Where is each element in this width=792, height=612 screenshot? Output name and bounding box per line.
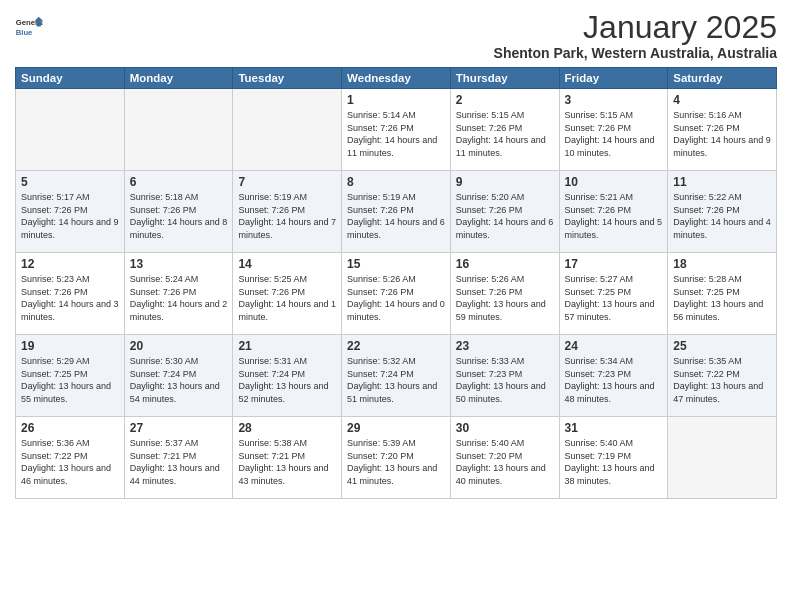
calendar-cell: 18 Sunrise: 5:28 AM Sunset: 7:25 PM Dayl…	[668, 253, 777, 335]
day-info: Sunrise: 5:18 AM Sunset: 7:26 PM Dayligh…	[130, 191, 228, 241]
calendar-cell: 2 Sunrise: 5:15 AM Sunset: 7:26 PM Dayli…	[450, 89, 559, 171]
day-info: Sunrise: 5:32 AM Sunset: 7:24 PM Dayligh…	[347, 355, 445, 405]
day-info: Sunrise: 5:25 AM Sunset: 7:26 PM Dayligh…	[238, 273, 336, 323]
day-number: 16	[456, 257, 554, 271]
calendar-cell: 1 Sunrise: 5:14 AM Sunset: 7:26 PM Dayli…	[342, 89, 451, 171]
calendar-cell: 12 Sunrise: 5:23 AM Sunset: 7:26 PM Dayl…	[16, 253, 125, 335]
day-number: 2	[456, 93, 554, 107]
day-number: 15	[347, 257, 445, 271]
calendar-cell: 19 Sunrise: 5:29 AM Sunset: 7:25 PM Dayl…	[16, 335, 125, 417]
svg-text:Blue: Blue	[16, 28, 33, 37]
header-row: Sunday Monday Tuesday Wednesday Thursday…	[16, 68, 777, 89]
day-info: Sunrise: 5:16 AM Sunset: 7:26 PM Dayligh…	[673, 109, 771, 159]
calendar-cell: 16 Sunrise: 5:26 AM Sunset: 7:26 PM Dayl…	[450, 253, 559, 335]
title-area: January 2025 Shenton Park, Western Austr…	[494, 10, 777, 61]
calendar-cell: 4 Sunrise: 5:16 AM Sunset: 7:26 PM Dayli…	[668, 89, 777, 171]
calendar-week-3: 12 Sunrise: 5:23 AM Sunset: 7:26 PM Dayl…	[16, 253, 777, 335]
day-info: Sunrise: 5:28 AM Sunset: 7:25 PM Dayligh…	[673, 273, 771, 323]
day-number: 9	[456, 175, 554, 189]
day-number: 13	[130, 257, 228, 271]
calendar-cell: 10 Sunrise: 5:21 AM Sunset: 7:26 PM Dayl…	[559, 171, 668, 253]
calendar-cell: 22 Sunrise: 5:32 AM Sunset: 7:24 PM Dayl…	[342, 335, 451, 417]
calendar-cell: 11 Sunrise: 5:22 AM Sunset: 7:26 PM Dayl…	[668, 171, 777, 253]
col-sunday: Sunday	[16, 68, 125, 89]
day-info: Sunrise: 5:19 AM Sunset: 7:26 PM Dayligh…	[238, 191, 336, 241]
day-info: Sunrise: 5:29 AM Sunset: 7:25 PM Dayligh…	[21, 355, 119, 405]
day-info: Sunrise: 5:40 AM Sunset: 7:20 PM Dayligh…	[456, 437, 554, 487]
calendar-cell: 21 Sunrise: 5:31 AM Sunset: 7:24 PM Dayl…	[233, 335, 342, 417]
calendar-cell: 7 Sunrise: 5:19 AM Sunset: 7:26 PM Dayli…	[233, 171, 342, 253]
calendar-cell: 3 Sunrise: 5:15 AM Sunset: 7:26 PM Dayli…	[559, 89, 668, 171]
day-number: 22	[347, 339, 445, 353]
calendar-cell: 5 Sunrise: 5:17 AM Sunset: 7:26 PM Dayli…	[16, 171, 125, 253]
logo: General Blue	[15, 14, 47, 42]
col-friday: Friday	[559, 68, 668, 89]
day-number: 1	[347, 93, 445, 107]
col-monday: Monday	[124, 68, 233, 89]
day-info: Sunrise: 5:38 AM Sunset: 7:21 PM Dayligh…	[238, 437, 336, 487]
calendar-cell: 8 Sunrise: 5:19 AM Sunset: 7:26 PM Dayli…	[342, 171, 451, 253]
calendar-cell: 17 Sunrise: 5:27 AM Sunset: 7:25 PM Dayl…	[559, 253, 668, 335]
calendar-cell: 13 Sunrise: 5:24 AM Sunset: 7:26 PM Dayl…	[124, 253, 233, 335]
day-number: 28	[238, 421, 336, 435]
calendar-cell: 6 Sunrise: 5:18 AM Sunset: 7:26 PM Dayli…	[124, 171, 233, 253]
calendar-week-2: 5 Sunrise: 5:17 AM Sunset: 7:26 PM Dayli…	[16, 171, 777, 253]
day-info: Sunrise: 5:21 AM Sunset: 7:26 PM Dayligh…	[565, 191, 663, 241]
day-number: 23	[456, 339, 554, 353]
day-number: 20	[130, 339, 228, 353]
day-number: 8	[347, 175, 445, 189]
col-saturday: Saturday	[668, 68, 777, 89]
day-info: Sunrise: 5:39 AM Sunset: 7:20 PM Dayligh…	[347, 437, 445, 487]
calendar-cell: 23 Sunrise: 5:33 AM Sunset: 7:23 PM Dayl…	[450, 335, 559, 417]
calendar-cell: 30 Sunrise: 5:40 AM Sunset: 7:20 PM Dayl…	[450, 417, 559, 499]
day-number: 30	[456, 421, 554, 435]
calendar-cell: 27 Sunrise: 5:37 AM Sunset: 7:21 PM Dayl…	[124, 417, 233, 499]
calendar-cell: 9 Sunrise: 5:20 AM Sunset: 7:26 PM Dayli…	[450, 171, 559, 253]
day-number: 14	[238, 257, 336, 271]
day-number: 29	[347, 421, 445, 435]
day-info: Sunrise: 5:19 AM Sunset: 7:26 PM Dayligh…	[347, 191, 445, 241]
day-info: Sunrise: 5:35 AM Sunset: 7:22 PM Dayligh…	[673, 355, 771, 405]
day-number: 5	[21, 175, 119, 189]
day-info: Sunrise: 5:20 AM Sunset: 7:26 PM Dayligh…	[456, 191, 554, 241]
calendar-cell: 25 Sunrise: 5:35 AM Sunset: 7:22 PM Dayl…	[668, 335, 777, 417]
day-info: Sunrise: 5:34 AM Sunset: 7:23 PM Dayligh…	[565, 355, 663, 405]
calendar-week-1: 1 Sunrise: 5:14 AM Sunset: 7:26 PM Dayli…	[16, 89, 777, 171]
col-tuesday: Tuesday	[233, 68, 342, 89]
day-info: Sunrise: 5:24 AM Sunset: 7:26 PM Dayligh…	[130, 273, 228, 323]
day-number: 31	[565, 421, 663, 435]
day-info: Sunrise: 5:36 AM Sunset: 7:22 PM Dayligh…	[21, 437, 119, 487]
day-number: 24	[565, 339, 663, 353]
day-number: 25	[673, 339, 771, 353]
day-number: 19	[21, 339, 119, 353]
calendar-cell: 24 Sunrise: 5:34 AM Sunset: 7:23 PM Dayl…	[559, 335, 668, 417]
day-number: 7	[238, 175, 336, 189]
day-info: Sunrise: 5:40 AM Sunset: 7:19 PM Dayligh…	[565, 437, 663, 487]
month-title: January 2025	[494, 10, 777, 45]
calendar-week-4: 19 Sunrise: 5:29 AM Sunset: 7:25 PM Dayl…	[16, 335, 777, 417]
col-wednesday: Wednesday	[342, 68, 451, 89]
day-info: Sunrise: 5:37 AM Sunset: 7:21 PM Dayligh…	[130, 437, 228, 487]
day-number: 26	[21, 421, 119, 435]
location-title: Shenton Park, Western Australia, Austral…	[494, 45, 777, 61]
calendar-cell	[668, 417, 777, 499]
day-number: 21	[238, 339, 336, 353]
day-number: 11	[673, 175, 771, 189]
day-number: 18	[673, 257, 771, 271]
logo-icon: General Blue	[15, 14, 43, 42]
calendar-cell: 20 Sunrise: 5:30 AM Sunset: 7:24 PM Dayl…	[124, 335, 233, 417]
calendar-cell: 26 Sunrise: 5:36 AM Sunset: 7:22 PM Dayl…	[16, 417, 125, 499]
calendar-week-5: 26 Sunrise: 5:36 AM Sunset: 7:22 PM Dayl…	[16, 417, 777, 499]
calendar-cell	[233, 89, 342, 171]
day-number: 27	[130, 421, 228, 435]
page: General Blue January 2025 Shenton Park, …	[0, 0, 792, 612]
day-number: 12	[21, 257, 119, 271]
day-info: Sunrise: 5:14 AM Sunset: 7:26 PM Dayligh…	[347, 109, 445, 159]
day-info: Sunrise: 5:31 AM Sunset: 7:24 PM Dayligh…	[238, 355, 336, 405]
day-number: 10	[565, 175, 663, 189]
header: General Blue January 2025 Shenton Park, …	[15, 10, 777, 61]
col-thursday: Thursday	[450, 68, 559, 89]
calendar-cell: 29 Sunrise: 5:39 AM Sunset: 7:20 PM Dayl…	[342, 417, 451, 499]
calendar-cell: 14 Sunrise: 5:25 AM Sunset: 7:26 PM Dayl…	[233, 253, 342, 335]
day-number: 4	[673, 93, 771, 107]
